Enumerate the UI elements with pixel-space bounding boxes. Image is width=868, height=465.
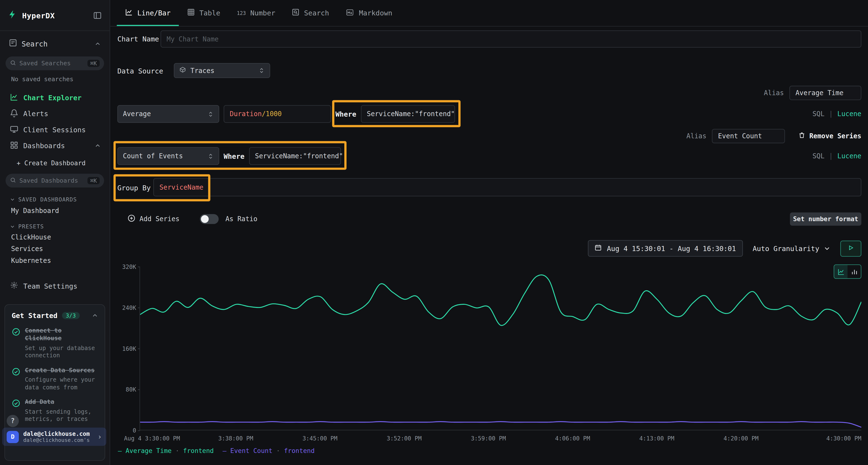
search-icon <box>10 60 16 67</box>
x-axis-tick-label: 4:30:00 PM <box>826 435 861 442</box>
x-axis-tick-label: Aug 4 3:30:00 PM <box>124 435 180 442</box>
grid-icon <box>10 141 18 151</box>
saved-searches-input[interactable]: Saved Searches ⌘K <box>5 56 104 70</box>
x-axis-tick-label: 4:13:00 PM <box>640 435 674 442</box>
remove-series-button[interactable]: Remove Series <box>798 132 862 140</box>
chevron-down-icon <box>824 245 830 252</box>
bar-chart-type-button[interactable] <box>847 265 861 278</box>
get-started-item-datasources[interactable]: Create Data Sources Configure where your… <box>11 367 98 391</box>
presets-section[interactable]: PRESETS <box>10 224 110 230</box>
saved-searches-placeholder: Saved Searches <box>19 60 84 67</box>
chart-name-label: Chart Name <box>117 35 159 43</box>
check-circle-icon <box>11 327 21 360</box>
series1-aggregation-select[interactable]: Average <box>117 105 219 123</box>
series2-where-input[interactable]: ServiceName:"frontend" <box>249 147 341 165</box>
sidebar-item-client-sessions[interactable]: Client Sessions <box>0 122 110 138</box>
hyperdx-logo-icon <box>8 9 18 21</box>
tab-table[interactable]: Table <box>179 0 228 26</box>
series1-lucene-toggle[interactable]: Lucene <box>837 110 862 118</box>
line-bar-chart-icon <box>125 8 133 18</box>
series2-where-label: Where <box>224 152 245 160</box>
as-ratio-toggle[interactable] <box>200 214 219 224</box>
brand-name: HyperDX <box>22 11 89 20</box>
group-by-input[interactable]: ServiceName <box>153 178 861 196</box>
user-menu[interactable]: D dale@clickhouse.com dale@clickhouse.co… <box>2 428 106 446</box>
tab-search[interactable]: Search <box>283 0 337 26</box>
sidebar-item-alerts[interactable]: Alerts <box>0 106 110 122</box>
chevron-right-icon: › <box>97 432 102 441</box>
y-axis-tick-label: 240K <box>117 304 136 311</box>
chevron-up-icon[interactable] <box>95 143 101 148</box>
x-axis-tick-label: 3:52:00 PM <box>387 435 422 442</box>
series1-sql-toggle[interactable]: SQL <box>812 110 825 118</box>
tab-bar: Line/Bar Table 123 Number Search <box>110 0 868 27</box>
trash-icon <box>798 132 806 140</box>
tab-markdown[interactable]: Markdown <box>337 0 401 26</box>
date-range-picker[interactable]: Aug 4 15:30:01 - Aug 4 16:30:01 <box>588 240 743 257</box>
x-axis-tick-label: 3:38:00 PM <box>218 435 253 442</box>
line-chart-type-button[interactable] <box>834 265 847 278</box>
data-source-select[interactable]: Traces <box>174 63 270 78</box>
app-root: HyperDX Search Saved Searches ⌘K No save… <box>0 0 868 465</box>
get-started-item-add-data[interactable]: Add Data Start sending logs, metrics, or… <box>11 399 98 423</box>
main-content: Line/Bar Table 123 Number Search <box>110 0 868 465</box>
series2-aggregation-select[interactable]: Count of Events <box>117 147 219 165</box>
play-icon <box>847 244 854 253</box>
series2-alias-input[interactable]: Event Count <box>712 129 785 143</box>
calendar-icon <box>595 244 602 253</box>
series1-alias-input[interactable]: Average Time <box>789 86 861 100</box>
series1-field-input[interactable]: Duration/1000 <box>224 105 331 123</box>
saved-dashboards-placeholder: Saved Dashboards <box>19 177 84 184</box>
sidebar-item-kubernetes[interactable]: Kubernetes <box>11 257 110 264</box>
monitor-icon <box>10 125 18 135</box>
saved-dashboards-section[interactable]: SAVED DASHBOARDS <box>10 196 110 202</box>
x-axis-tick-label: 4:20:00 PM <box>723 435 758 442</box>
run-query-button[interactable] <box>840 240 861 257</box>
tab-line-bar[interactable]: Line/Bar <box>117 0 179 26</box>
set-number-format-button[interactable]: Set number format <box>790 212 861 226</box>
search-section-icon <box>9 39 17 49</box>
no-saved-searches-text: No saved searches <box>11 76 110 83</box>
updown-chevron-icon <box>208 111 214 117</box>
table-icon <box>187 8 195 18</box>
alias-label: Alias <box>686 132 707 140</box>
chart-plot[interactable] <box>140 267 862 431</box>
chart-name-input[interactable]: My Chart Name <box>161 30 862 47</box>
brand-row: HyperDX <box>0 0 110 31</box>
series2-sql-toggle[interactable]: SQL <box>812 152 825 160</box>
tab-number[interactable]: 123 Number <box>228 0 283 26</box>
sidebar-item-my-dashboard[interactable]: My Dashboard <box>11 207 110 215</box>
series1-where-input[interactable]: ServiceName:"frontend" <box>361 105 455 123</box>
legend-item[interactable]: — Event Count · frontend <box>222 447 315 455</box>
granularity-select[interactable]: Auto Granularity <box>747 244 836 253</box>
create-dashboard-button[interactable]: + Create Dashboard <box>17 157 110 169</box>
chevron-up-icon[interactable] <box>92 312 98 319</box>
series1-where-label: Where <box>335 110 356 118</box>
sidebar-item-dashboards[interactable]: Dashboards <box>0 138 110 154</box>
saved-dashboards-input[interactable]: Saved Dashboards ⌘K <box>5 174 104 188</box>
legend-item[interactable]: — Average Time · frontend <box>118 447 214 455</box>
sidebar-item-chart-explorer[interactable]: Chart Explorer <box>0 90 110 106</box>
y-axis-tick-label: 160K <box>117 345 136 352</box>
sidebar-item-clickhouse[interactable]: ClickHouse <box>11 233 110 241</box>
line-chart-icon <box>10 93 18 103</box>
search-section-header[interactable]: Search <box>0 31 110 52</box>
get-started-title: Get Started <box>11 311 57 320</box>
get-started-item-connect[interactable]: Connect to ClickHouse Set up your databa… <box>11 327 98 360</box>
line-chart-icon <box>837 268 845 275</box>
alias-label: Alias <box>764 89 784 97</box>
avatar: D <box>7 431 19 443</box>
series2-lucene-toggle[interactable]: Lucene <box>837 152 862 160</box>
collapse-sidebar-icon[interactable] <box>93 11 102 20</box>
sidebar: HyperDX Search Saved Searches ⌘K No save… <box>0 0 110 465</box>
sidebar-item-team-settings[interactable]: Team Settings <box>0 281 110 291</box>
markdown-icon <box>346 9 355 18</box>
sidebar-item-services[interactable]: Services <box>11 245 110 253</box>
search-doc-icon <box>292 8 300 18</box>
user-email: dale@clickhouse.com <box>23 430 93 437</box>
cube-icon <box>179 66 186 75</box>
add-series-button[interactable]: Add Series <box>127 214 179 224</box>
updown-chevron-icon <box>258 67 265 73</box>
chevron-up-icon[interactable] <box>95 41 101 47</box>
help-button[interactable]: ? <box>7 415 19 427</box>
